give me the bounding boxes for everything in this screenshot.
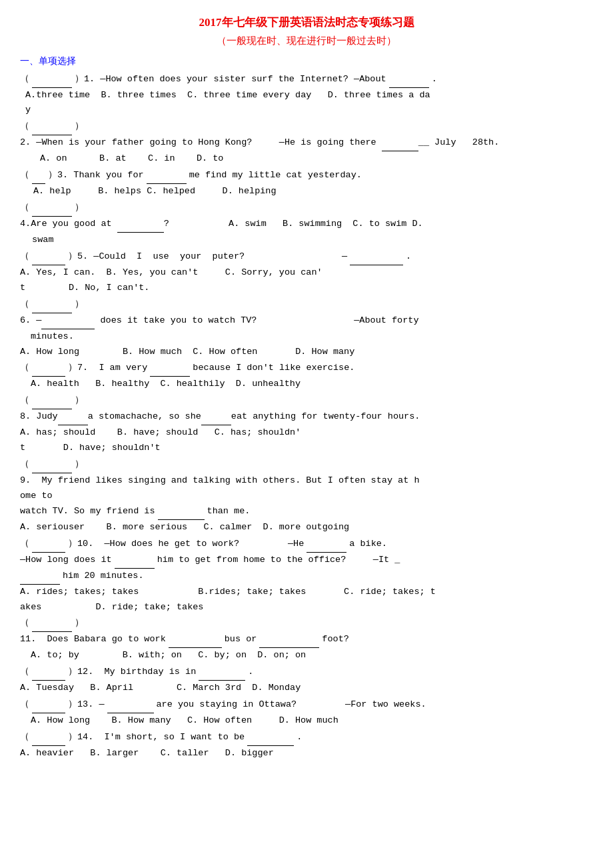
paren-row-blank3: （ ）	[20, 297, 593, 313]
q5-options-cont: t D. No, I can't.	[20, 281, 593, 296]
q13-options: A. How long B. How many C. How often D. …	[20, 713, 593, 729]
q9-options: A. seriouser B. more serious C. calmer D…	[20, 520, 593, 535]
q3-options: A. help B. helps C. helped D. helping	[20, 184, 593, 199]
q11-options: A. to; by B. with; on C. by; on D. on; o…	[20, 648, 593, 663]
paren-row-1: （ ）1. —How often does your sister surf t…	[20, 72, 593, 88]
paren-row-blank: （ ）	[20, 119, 593, 135]
section-title: 一、单项选择	[20, 54, 593, 69]
paren-row-12: （ ）12. My birthday is in .	[20, 665, 593, 681]
q10-options: A. rides; takes; takes B.rides; take; ta…	[20, 585, 593, 600]
q14-options: A. heavier B. larger C. taller D. bigger	[20, 746, 593, 761]
q8-options-cont: t D. have; shouldn't	[20, 441, 593, 456]
q1-options-cont: y	[20, 103, 593, 118]
questions-content: （ ）1. —How often does your sister surf t…	[20, 72, 593, 761]
paren-row-blank6: （ ）	[20, 616, 593, 632]
q2-options: A. on B. at C. in D. to	[20, 151, 593, 167]
q10-text3: him 20 minutes.	[20, 569, 593, 585]
q2-text: 2. —When is your father going to Hong Ko…	[20, 135, 593, 151]
q5-options: A. Yes, I can. B. Yes, you can't C. Sorr…	[20, 265, 593, 281]
paren-row-14: （ ）14. I'm short, so I want to be .	[20, 730, 593, 746]
paren-row-blank2: （ ）	[20, 201, 593, 217]
q4-options-cont: swam	[20, 233, 593, 248]
q8-options: A. has; should B. have; should C. has; s…	[20, 425, 593, 441]
q8-text: 8. Judy a stomachache, so she eat anythi…	[20, 409, 593, 425]
paren-row-13: （ ）13. — are you staying in Ottawa? —For…	[20, 697, 593, 713]
q6-text: 6. — does it take you to watch TV? —Abou…	[20, 313, 593, 329]
q12-options: A. Tuesday B. April C. March 3rd D. Mond…	[20, 681, 593, 696]
paren-row-10: （ ）10. —How does he get to work? —He a b…	[20, 537, 593, 553]
paren-row-3: （ ）3. Thank you for me find my little ca…	[20, 168, 593, 184]
q11-text: 11. Does Babara go to work bus or foot?	[20, 632, 593, 648]
sub-title: （一般现在时、现在进行时一般过去时）	[20, 33, 593, 49]
q6-options: A. How long B. How much C. How often D. …	[20, 345, 593, 360]
q6-text-cont: minutes.	[20, 329, 593, 345]
q1-options: A.three time B. three times C. three tim…	[20, 88, 593, 103]
q9-text: 9. My friend likes singing and talking w…	[20, 473, 593, 489]
q10-text2: —How long does it him to get from home t…	[20, 553, 593, 569]
q10-options-cont: akes D. ride; take; takes	[20, 600, 593, 615]
paren-row-blank4: （ ）	[20, 393, 593, 409]
paren-row-5: （ ）5. —Could I use your puter? — .	[20, 249, 593, 265]
paren-row-7: （ ）7. I am very because I don't like exe…	[20, 361, 593, 377]
paren-row-blank5: （ ）	[20, 457, 593, 473]
q7-options: A. health B. healthy C. healthily D. unh…	[20, 377, 593, 392]
q4-text: 4.Are you good at ? A. swim B. swimming …	[20, 217, 593, 233]
q9-text-cont2: watch TV. So my friend is than me.	[20, 504, 593, 520]
main-title: 2017年七年级下册英语语法时态专项练习题	[20, 13, 593, 31]
page-container: 2017年七年级下册英语语法时态专项练习题 （一般现在时、现在进行时一般过去时）…	[20, 13, 593, 761]
q9-text-cont: ome to	[20, 489, 593, 504]
